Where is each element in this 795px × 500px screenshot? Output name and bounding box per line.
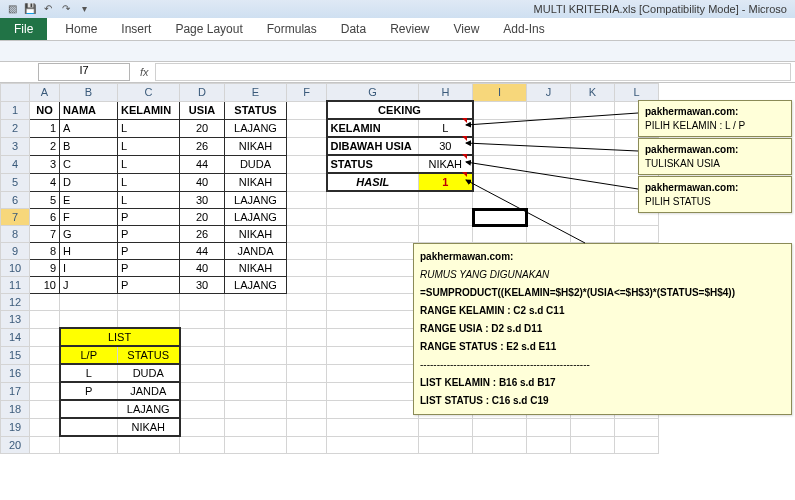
hdr-usia[interactable]: USIA — [180, 101, 225, 119]
undo-icon[interactable]: ↶ — [42, 2, 54, 14]
col-A[interactable]: A — [30, 84, 60, 102]
name-box[interactable]: I7 — [38, 63, 130, 81]
row-6[interactable]: 6 5EL30LAJANG — [1, 191, 659, 209]
hdr-kelamin[interactable]: KELAMIN — [118, 101, 180, 119]
row-5[interactable]: 5 4DL40NIKAH HASIL1 — [1, 173, 659, 191]
fx-icon[interactable]: fx — [140, 66, 149, 78]
formula-bar[interactable] — [155, 63, 791, 81]
col-C[interactable]: C — [118, 84, 180, 102]
col-K[interactable]: K — [571, 84, 615, 102]
tab-formulas[interactable]: Formulas — [255, 18, 329, 40]
col-I[interactable]: I — [473, 84, 527, 102]
file-tab[interactable]: File — [0, 18, 47, 40]
col-L[interactable]: L — [615, 84, 659, 102]
worksheet-grid[interactable]: A B C D E F G H I J K L 1 NO NAMA KELAMI… — [0, 83, 795, 454]
qat-more-icon[interactable]: ▾ — [78, 2, 90, 14]
active-cell[interactable] — [473, 209, 527, 226]
col-D[interactable]: D — [180, 84, 225, 102]
col-J[interactable]: J — [527, 84, 571, 102]
col-B[interactable]: B — [60, 84, 118, 102]
comment-status: pakhermawan.com:PILIH STATUS — [638, 176, 792, 213]
row-4[interactable]: 4 3CL44DUDA STATUSNIKAH — [1, 155, 659, 173]
hdr-status[interactable]: STATUS — [225, 101, 287, 119]
comment-formula: pakhermawan.com: RUMUS YANG DIGUNAKAN =S… — [413, 243, 792, 415]
col-H[interactable]: H — [419, 84, 473, 102]
window-title: MULTI KRITERIA.xls [Compatibility Mode] … — [534, 3, 787, 15]
row-20[interactable]: 20 — [1, 436, 659, 454]
excel-icon: ▧ — [6, 2, 18, 14]
save-icon[interactable]: 💾 — [24, 2, 36, 14]
comment-usia: pakhermawan.com:TULISKAN USIA — [638, 138, 792, 175]
tab-view[interactable]: View — [442, 18, 492, 40]
tab-review[interactable]: Review — [378, 18, 441, 40]
col-E[interactable]: E — [225, 84, 287, 102]
list-title[interactable]: LIST — [60, 328, 180, 346]
formula-bar-row: I7 fx — [0, 62, 795, 83]
col-G[interactable]: G — [327, 84, 419, 102]
redo-icon[interactable]: ↷ — [60, 2, 72, 14]
col-F[interactable]: F — [287, 84, 327, 102]
hdr-nama[interactable]: NAMA — [60, 101, 118, 119]
row-2[interactable]: 2 1AL20LAJANG KELAMINL — [1, 119, 659, 137]
title-bar: ▧ 💾 ↶ ↷ ▾ MULTI KRITERIA.xls [Compatibil… — [0, 0, 795, 18]
tab-page-layout[interactable]: Page Layout — [163, 18, 254, 40]
tab-data[interactable]: Data — [329, 18, 378, 40]
comment-kelamin: pakhermawan.com:PILIH KELAMIN : L / P — [638, 100, 792, 137]
tab-addins[interactable]: Add-Ins — [491, 18, 556, 40]
row-8[interactable]: 8 7GP26NIKAH — [1, 226, 659, 243]
ceking-title[interactable]: CEKING — [327, 101, 473, 119]
quick-access-toolbar: ▧ 💾 ↶ ↷ ▾ — [6, 2, 90, 14]
tab-home[interactable]: Home — [53, 18, 109, 40]
ribbon-tabs: File Home Insert Page Layout Formulas Da… — [0, 18, 795, 41]
select-all[interactable] — [1, 84, 30, 102]
row-1[interactable]: 1 NO NAMA KELAMIN USIA STATUS CEKING — [1, 101, 659, 119]
tab-insert[interactable]: Insert — [109, 18, 163, 40]
hdr-no[interactable]: NO — [30, 101, 60, 119]
row-19[interactable]: 19 NIKAH — [1, 418, 659, 436]
row-3[interactable]: 3 2BL26NIKAH DIBAWAH USIA30 — [1, 137, 659, 155]
row-7[interactable]: 7 6FP20LAJANG — [1, 209, 659, 226]
ribbon-body — [0, 41, 795, 62]
hasil-cell[interactable]: 1 — [419, 173, 473, 191]
column-headers[interactable]: A B C D E F G H I J K L — [1, 84, 659, 102]
